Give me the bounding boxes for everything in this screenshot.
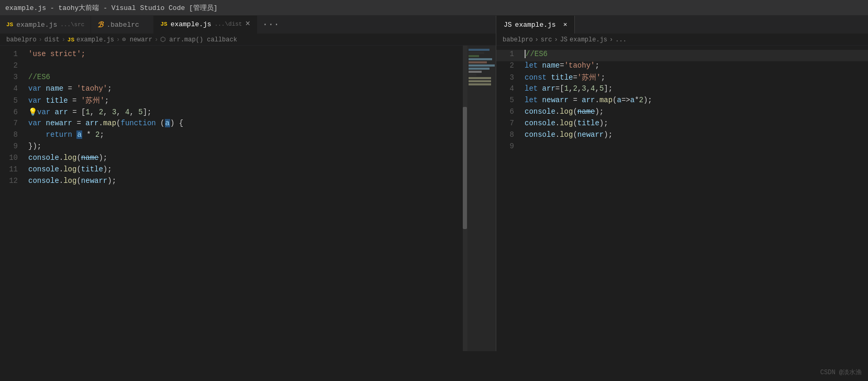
tab-right-label: example.js <box>515 21 556 29</box>
bc-js-badge-1: JS <box>68 37 74 43</box>
left-code-area[interactable]: 1 'use strict'; 2 3 //ES6 4 var name = '… <box>0 46 496 351</box>
tab-more-icon: ··· <box>262 19 279 30</box>
right-code-area[interactable]: 1 //ES6 2 let name='taohy'; 3 const titl… <box>496 46 868 351</box>
line-content-1: 'use strict'; <box>26 50 496 58</box>
line-content-3: const title='苏州'; <box>522 73 868 82</box>
bc-babelpro: babelpro <box>6 36 37 43</box>
bc-right-examplejs: example.js <box>570 36 607 43</box>
line-num-1: 1 <box>496 50 522 58</box>
code-line-5: 5 let newarr = arr.map(a=>a*2); <box>496 96 868 107</box>
line-num-5: 5 <box>496 96 522 104</box>
code-line-7: 7 var newarr = arr.map(function (a) { <box>0 119 496 130</box>
bc-js-badge-right: JS <box>560 36 567 43</box>
watermark: CSDN @淡水渔 <box>820 368 862 377</box>
code-line-5: 5 var title = '苏州'; <box>0 96 496 107</box>
babel-icon: ℬ <box>97 20 103 29</box>
line-num-2: 2 <box>496 61 522 70</box>
code-line-3: 3 const title='苏州'; <box>496 73 868 84</box>
minimap <box>467 46 496 351</box>
left-code-lines: 1 'use strict'; 2 3 //ES6 4 var name = '… <box>0 50 496 188</box>
line-num-2: 2 <box>0 61 26 70</box>
code-line-8: 8 console.log(newarr); <box>496 130 868 142</box>
bc-newarr: ⊙ newarr <box>122 36 152 43</box>
bc-right-src: src <box>541 36 552 43</box>
line-content-6: console.log(name); <box>522 107 868 116</box>
code-line-9: 9 }); <box>0 142 496 154</box>
code-line-4: 4 let arr=[1,2,3,4,5]; <box>496 84 868 96</box>
bc-dist: dist <box>44 36 60 43</box>
js-icon-right: JS <box>504 21 512 29</box>
line-num-4: 4 <box>496 84 522 93</box>
right-tab-bar: JS example.js × <box>496 16 868 34</box>
code-line-1: 1 //ES6 <box>496 50 868 61</box>
code-line-8: 8 return a * 2; <box>0 130 496 142</box>
tab-label-3: example.js <box>171 20 212 28</box>
line-content-11: console.log(title); <box>26 165 496 173</box>
left-breadcrumb: babelpro › dist › JS example.js › ⊙ newa… <box>0 34 496 46</box>
line-num-9: 9 <box>0 142 26 150</box>
tab-babelrc[interactable]: ℬ .babelrc <box>91 16 154 34</box>
js-icon-1: JS <box>6 21 13 28</box>
line-num-9: 9 <box>496 142 522 150</box>
bc-right-babelpro: babelpro <box>503 36 533 43</box>
code-line-6: 6 console.log(name); <box>496 107 868 119</box>
line-num-12: 12 <box>0 177 26 185</box>
line-num-6: 6 <box>0 108 26 116</box>
code-line-1: 1 'use strict'; <box>0 50 496 61</box>
code-line-3: 3 //ES6 <box>0 73 496 84</box>
line-content-8: console.log(newarr); <box>522 130 868 139</box>
line-num-10: 10 <box>0 154 26 162</box>
right-panel: JS example.js × babelpro › src › JS exam… <box>496 16 868 351</box>
line-num-3: 3 <box>0 73 26 81</box>
tab-left-example-src[interactable]: JS example.js ...\src <box>0 16 91 34</box>
tab-label-1: example.js <box>16 21 57 29</box>
line-num-3: 3 <box>496 73 522 82</box>
line-num-6: 6 <box>496 107 522 116</box>
line-content-4: var name = 'taohy'; <box>26 84 496 93</box>
code-line-9: 9 <box>496 142 868 154</box>
tab-left-example-dist[interactable]: JS example.js ...\dist × <box>154 16 257 34</box>
line-content-2: let name='taohy'; <box>522 61 868 70</box>
line-num-7: 7 <box>0 119 26 127</box>
line-num-8: 8 <box>496 130 522 139</box>
code-line-2: 2 let name='taohy'; <box>496 61 868 73</box>
bc-right-dots: ... <box>615 36 627 43</box>
code-line-11: 11 console.log(title); <box>0 165 496 177</box>
bc-examplejs: example.js <box>76 36 114 43</box>
line-content-5: var title = '苏州'; <box>26 96 496 105</box>
right-code-lines: 1 //ES6 2 let name='taohy'; 3 const titl… <box>496 50 868 154</box>
left-panel: JS example.js ...\src ℬ .babelrc JS exam… <box>0 16 496 351</box>
tab-right-example[interactable]: JS example.js × <box>496 16 575 34</box>
line-content-3: //ES6 <box>26 73 496 81</box>
line-content-8: return a * 2; <box>26 130 496 139</box>
title-bar-text: example.js - taohy大前端 - Visual Studio Co… <box>5 3 218 13</box>
line-content-1: //ES6 <box>522 50 868 58</box>
line-num-11: 11 <box>0 165 26 173</box>
close-tab-right[interactable]: × <box>563 21 567 29</box>
line-num-4: 4 <box>0 84 26 93</box>
close-tab-left[interactable]: × <box>245 20 250 28</box>
line-content-4: let arr=[1,2,3,4,5]; <box>522 84 868 93</box>
line-content-7: var newarr = arr.map(function (a) { <box>26 119 496 127</box>
bc-arrcallback: ⬡ arr.map() callback <box>160 36 237 43</box>
tab-path-3: ...\dist <box>215 21 242 27</box>
left-tab-bar: JS example.js ...\src ℬ .babelrc JS exam… <box>0 16 496 34</box>
line-num-5: 5 <box>0 96 26 105</box>
line-content-5: let newarr = arr.map(a=>a*2); <box>522 96 868 104</box>
title-bar: example.js - taohy大前端 - Visual Studio Co… <box>0 0 868 16</box>
code-line-12: 12 console.log(newarr); <box>0 177 496 188</box>
line-content-6: 💡var arr = [1, 2, 3, 4, 5]; <box>26 107 496 116</box>
editor-container: JS example.js ...\src ℬ .babelrc JS exam… <box>0 16 868 351</box>
line-content-9: }); <box>26 142 496 150</box>
left-scrollbar-thumb <box>463 107 467 229</box>
right-breadcrumb: babelpro › src › JS example.js › ... <box>496 34 868 46</box>
tab-more-button[interactable]: ··· <box>257 16 284 34</box>
line-num-7: 7 <box>496 119 522 127</box>
left-scrollbar[interactable] <box>463 46 467 351</box>
js-icon-2: JS <box>160 21 167 27</box>
line-content-7: console.log(title); <box>522 119 868 127</box>
code-line-10: 10 console.log(name); <box>0 154 496 165</box>
tab-label-2: .babelrc <box>106 21 139 29</box>
line-num-8: 8 <box>0 130 26 139</box>
code-line-4: 4 var name = 'taohy'; <box>0 84 496 96</box>
